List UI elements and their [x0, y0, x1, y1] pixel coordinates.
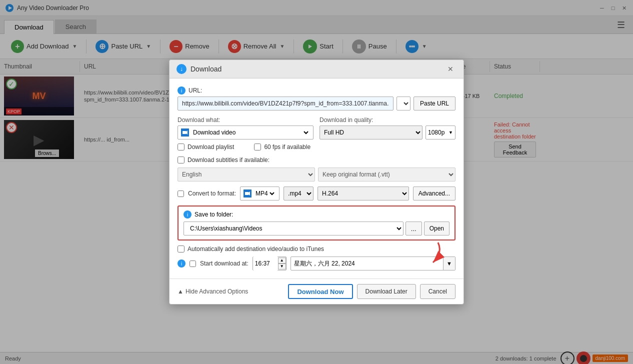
itunes-checkbox-row: Automatically add destination video/audi…: [178, 246, 456, 252]
mp4-icon: [244, 190, 252, 198]
url-info-icon: i: [178, 86, 186, 94]
url-row: i URL: Paste URL: [178, 86, 456, 110]
download-what-input-row: Download video Download audio: [178, 126, 314, 140]
svg-rect-5: [182, 131, 186, 134]
save-info-icon: i: [184, 210, 192, 218]
checkboxes-row: Download playlist 60 fps if available: [178, 144, 456, 154]
download-what-select[interactable]: Download video Download audio: [191, 128, 310, 136]
hide-advanced-button[interactable]: ▲ Hide Advanced Options: [178, 288, 248, 295]
modal-overlay: ↓ Download ✕ i URL: Paste URL: [0, 0, 633, 364]
subtitles-label: Download subtitles if available:: [188, 156, 270, 164]
itunes-checkbox[interactable]: [178, 246, 184, 252]
url-label: i URL:: [178, 86, 456, 94]
quality-label: Download in quality:: [320, 116, 456, 124]
subtitle-format-select[interactable]: Keep original format (.vtt): [318, 168, 456, 182]
save-path-select[interactable]: C:\Users\xiashuang\Videos: [184, 222, 404, 236]
open-folder-button[interactable]: Open: [424, 222, 450, 236]
schedule-time-input[interactable]: [253, 256, 278, 270]
playlist-label: Download playlist: [188, 144, 234, 150]
modal-body: i URL: Paste URL Download what:: [170, 78, 464, 278]
convert-ext-select[interactable]: .mp4: [284, 186, 314, 200]
video-icon: [181, 128, 189, 136]
playlist-checkbox-row: Download playlist: [178, 144, 234, 150]
download-what-section: Download what: Download video Download a…: [178, 116, 314, 140]
url-dropdown[interactable]: [396, 96, 410, 110]
subtitles-checkbox-row: Download subtitles if available:: [178, 156, 456, 164]
convert-section: Convert to format: MP4 .mp4 H.264 Advanc…: [178, 186, 456, 200]
modal-header: ↓ Download ✕: [170, 60, 464, 78]
quality-section: Download in quality: Full HD HD SD 1080p…: [320, 116, 456, 140]
modal-title: Download: [190, 65, 444, 73]
download-quality-row: Download what: Download video Download a…: [178, 116, 456, 140]
itunes-label: Automatically add destination video/audi…: [188, 246, 324, 252]
collapse-icon: ▲: [178, 288, 184, 295]
paste-url-modal-button[interactable]: Paste URL: [414, 96, 456, 110]
cancel-button[interactable]: Cancel: [420, 284, 456, 299]
download-later-button[interactable]: Download Later: [357, 284, 416, 299]
calendar-dropdown-button[interactable]: ▼: [443, 257, 455, 270]
url-input-row: Paste URL: [178, 96, 456, 110]
time-input-wrapper: ▲ ▼: [252, 256, 286, 270]
date-input-wrapper: ▼: [290, 256, 456, 270]
time-down-button[interactable]: ▼: [278, 264, 286, 270]
playlist-checkbox[interactable]: [178, 144, 184, 150]
download-now-button[interactable]: Download Now: [288, 284, 352, 299]
schedule-checkbox[interactable]: [190, 260, 196, 267]
fps-label: 60 fps if available: [264, 144, 310, 150]
schedule-date-input[interactable]: [291, 260, 443, 267]
time-up-button[interactable]: ▲: [278, 258, 286, 264]
fps-checkbox-row: 60 fps if available: [254, 144, 310, 150]
quality-select[interactable]: Full HD HD SD: [320, 126, 422, 140]
convert-checkbox[interactable]: [178, 190, 184, 197]
convert-label: Convert to format:: [188, 190, 236, 197]
subtitles-checkbox[interactable]: [178, 156, 184, 164]
schedule-section: i Start download at: ▲ ▼ ▼: [178, 256, 456, 270]
svg-rect-7: [245, 192, 248, 195]
badge-arrow: ▼: [448, 130, 453, 135]
download-what-label: Download what:: [178, 116, 314, 124]
save-folder-section: i Save to folder: C:\Users\xiashuang\Vid…: [178, 206, 456, 240]
modal-footer: ▲ Hide Advanced Options Download Now Dow…: [170, 278, 464, 304]
subtitle-options-row: English Keep original format (.vtt): [178, 168, 456, 182]
convert-format-select[interactable]: MP4: [254, 190, 276, 198]
download-modal: ↓ Download ✕ i URL: Paste URL: [169, 60, 464, 304]
url-input[interactable]: [178, 96, 394, 110]
codec-select[interactable]: H.264: [318, 186, 409, 200]
folder-row: C:\Users\xiashuang\Videos ... Open: [184, 222, 450, 236]
save-label: i Save to folder:: [184, 210, 450, 218]
subtitles-section: Download subtitles if available: English…: [178, 156, 456, 182]
browse-folder-button[interactable]: ...: [406, 222, 422, 236]
modal-icon: ↓: [176, 64, 186, 74]
svg-marker-8: [248, 192, 250, 196]
subtitle-lang-select[interactable]: English: [178, 168, 315, 182]
schedule-info-icon: i: [178, 260, 186, 268]
schedule-label: Start download at:: [200, 260, 248, 267]
quality-input-row: Full HD HD SD 1080p ▼: [320, 126, 456, 140]
modal-close-button[interactable]: ✕: [444, 64, 456, 74]
time-stepper[interactable]: ▲ ▼: [278, 258, 286, 270]
quality-badge: 1080p ▼: [426, 126, 456, 140]
fps-checkbox[interactable]: [254, 144, 261, 150]
advanced-button[interactable]: Advanced...: [413, 186, 456, 200]
svg-marker-6: [186, 130, 188, 134]
convert-format-display: MP4: [240, 186, 280, 200]
